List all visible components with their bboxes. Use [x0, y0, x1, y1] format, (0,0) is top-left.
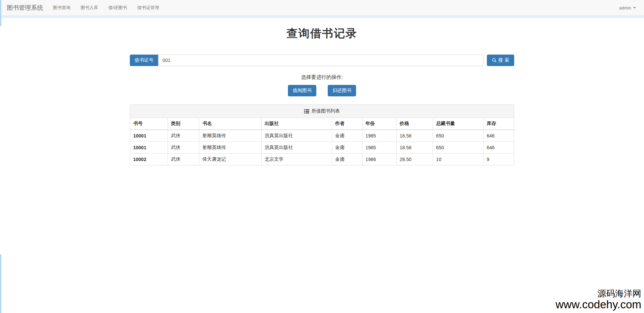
table-cell: 1985: [362, 142, 396, 154]
action-prompt: 选择要进行的操作:: [130, 74, 514, 81]
table-cell: 倚天屠龙记: [199, 154, 261, 165]
table-cell: 18.58: [397, 130, 433, 142]
nav-item-card-management[interactable]: 借书证管理: [132, 0, 164, 15]
watermark: 源码海洋网 www.codehy.com: [556, 289, 641, 311]
table-cell: 金庸: [332, 154, 362, 165]
table-row: 10001武侠射雕英雄传洪真英出版社金庸198518.58650646: [130, 130, 514, 142]
table-cell: 646: [484, 130, 514, 142]
column-header: 类别: [168, 118, 199, 130]
nav-item-book-query[interactable]: 图书查询: [48, 0, 76, 15]
table-cell: 金庸: [332, 130, 362, 142]
search-button[interactable]: 搜 索: [487, 55, 514, 66]
navbar: 图书管理系统 图书查询图书入库借/还图书借书证管理 admin: [0, 0, 644, 16]
return-book-button[interactable]: 归还图书: [328, 85, 356, 96]
table-header-row: 书号类别书名出版社作者年份价格总藏书量库存: [130, 118, 514, 130]
table-cell: 1985: [362, 130, 396, 142]
borrow-book-button[interactable]: 借阅图书: [288, 85, 316, 96]
card-number-label: 借书证号: [130, 55, 158, 66]
table-cell: 1986: [362, 154, 396, 165]
table-cell: 射雕英雄传: [199, 130, 261, 142]
table-cell: 650: [433, 130, 484, 142]
card-number-input-group: 借书证号: [130, 55, 484, 66]
left-edge-highlight-bottom: [0, 254, 1, 313]
table-row: 10002武侠倚天屠龙记北京文学金庸198628.50109: [130, 154, 514, 165]
table-cell: 28.50: [397, 154, 433, 165]
table-cell: 10002: [130, 154, 168, 165]
table-cell: 10001: [130, 142, 168, 154]
watermark-site-name: 源码海洋网: [556, 289, 641, 299]
table-cell: 射雕英雄传: [199, 142, 261, 154]
column-header: 价格: [397, 118, 433, 130]
table-cell: 9: [484, 154, 514, 165]
table-cell: 18.58: [397, 142, 433, 154]
panel-heading: 所借图书列表: [130, 105, 514, 118]
table-cell: 武侠: [168, 130, 199, 142]
card-number-input[interactable]: [158, 55, 484, 66]
left-edge-highlight-top: [0, 0, 1, 26]
nav-menu: 图书查询图书入库借/还图书借书证管理: [48, 0, 164, 15]
user-name: admin: [619, 5, 631, 10]
borrowed-books-table: 书号类别书名出版社作者年份价格总藏书量库存 10001武侠射雕英雄传洪真英出版社…: [130, 118, 514, 165]
column-header: 出版社: [261, 118, 332, 130]
column-header: 作者: [332, 118, 362, 130]
chevron-down-icon: [633, 7, 636, 8]
column-header: 书号: [130, 118, 168, 130]
table-cell: 武侠: [168, 154, 199, 165]
panel-title: 所借图书列表: [312, 108, 340, 114]
table-cell: 650: [433, 142, 484, 154]
table-cell: 洪真英出版社: [261, 130, 332, 142]
list-icon: [304, 109, 309, 114]
page-title: 查询借书记录: [130, 26, 514, 41]
column-header: 书名: [199, 118, 261, 130]
table-cell: 646: [484, 142, 514, 154]
borrowed-books-panel: 所借图书列表 书号类别书名出版社作者年份价格总藏书量库存 10001武侠射雕英雄…: [130, 104, 514, 165]
column-header: 库存: [484, 118, 514, 130]
table-cell: 洪真英出版社: [261, 142, 332, 154]
nav-item-book-entry[interactable]: 图书入库: [76, 0, 103, 15]
watermark-url: www.codehy.com: [556, 299, 641, 311]
table-cell: 北京文学: [261, 154, 332, 165]
user-menu[interactable]: admin: [616, 0, 639, 15]
search-button-label: 搜 索: [498, 57, 509, 63]
column-header: 总藏书量: [433, 118, 484, 130]
search-bar: 借书证号 搜 索: [130, 55, 514, 66]
table-cell: 10: [433, 154, 484, 165]
table-row: 10001武侠射雕英雄传洪真英出版社金庸198518.58650646: [130, 142, 514, 154]
action-buttons: 借阅图书 归还图书: [130, 85, 514, 96]
under-navbar-highlight: [0, 16, 644, 18]
main-content: 查询借书记录 借书证号 搜 索 选择要进行的操作: 借阅图书 归还图书: [130, 26, 514, 165]
search-icon: [492, 58, 497, 63]
column-header: 年份: [362, 118, 396, 130]
app-brand[interactable]: 图书管理系统: [5, 4, 48, 12]
table-cell: 金庸: [332, 142, 362, 154]
nav-item-borrow-return[interactable]: 借/还图书: [103, 0, 132, 15]
table-cell: 武侠: [168, 142, 199, 154]
table-cell: 10001: [130, 130, 168, 142]
